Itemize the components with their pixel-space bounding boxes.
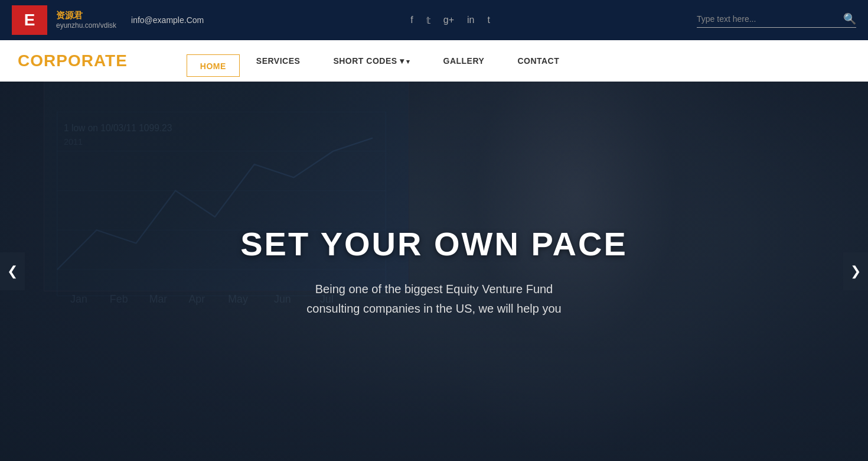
nav-link-contact[interactable]: CONTACT [501, 40, 576, 82]
search-button[interactable]: 🔍 [843, 12, 856, 25]
nav-item-contact: CONTACT [501, 40, 576, 82]
logo-box: E [12, 5, 47, 35]
chevron-left-icon: ❮ [7, 264, 18, 279]
brand-name: CORPORATE [18, 51, 128, 70]
linkedin-icon[interactable]: in [467, 15, 474, 25]
top-bar-left: E 资源君 eyunzhu.com/vdisk info@example.Com [12, 5, 204, 35]
tumblr-icon[interactable]: t [487, 15, 490, 25]
twitter-icon[interactable]: 𝕥 [426, 15, 430, 26]
search-bar: 🔍 [697, 12, 856, 28]
hero-subtitle-line1: Being one of the biggest Equity Venture … [315, 283, 553, 296]
nav-item-gallery: GALLERY [427, 40, 501, 82]
google-plus-icon[interactable]: g+ [443, 15, 454, 25]
social-icons: f 𝕥 g+ in t [410, 15, 490, 26]
chevron-right-icon: ❯ [850, 264, 861, 279]
hero-subtitle-line2: consulting companies in the US, we will … [306, 302, 561, 315]
hero-title: SET YOUR OWN PACE [240, 225, 628, 263]
nav-link-short-codes[interactable]: SHORT CODES ▾ [316, 40, 426, 82]
logo-text: 资源君 eyunzhu.com/vdisk [56, 9, 116, 30]
top-bar: E 资源君 eyunzhu.com/vdisk info@example.Com… [0, 0, 868, 40]
search-input[interactable] [697, 14, 838, 24]
logo-chinese: 资源君 [56, 9, 116, 21]
carousel-arrow-left[interactable]: ❮ [0, 252, 25, 290]
carousel-arrow-right[interactable]: ❯ [843, 252, 868, 290]
nav-link-home[interactable]: HOME [187, 54, 240, 77]
hero-subtitle: Being one of the biggest Equity Venture … [306, 280, 561, 319]
email-address: info@example.Com [131, 15, 204, 25]
logo-url: eyunzhu.com/vdisk [56, 21, 116, 31]
nav-item-short-codes: SHORT CODES ▾ [316, 40, 426, 82]
nav-menu: HOME SERVICES SHORT CODES ▾ GALLERY CONT… [187, 40, 576, 82]
hero-content: SET YOUR OWN PACE Being one of the bigge… [0, 82, 868, 461]
facebook-icon[interactable]: f [410, 15, 413, 25]
nav-link-services[interactable]: SERVICES [240, 40, 317, 82]
nav-item-home: HOME [187, 45, 240, 77]
logo-letter: E [24, 11, 35, 30]
nav-link-gallery[interactable]: GALLERY [427, 40, 501, 82]
hero-section: Jan Feb Mar Apr May Jun Jul 1 low on 10/… [0, 82, 868, 461]
nav-item-services: SERVICES [240, 40, 317, 82]
nav-bar: CORPORATE HOME SERVICES SHORT CODES ▾ GA… [0, 40, 868, 82]
